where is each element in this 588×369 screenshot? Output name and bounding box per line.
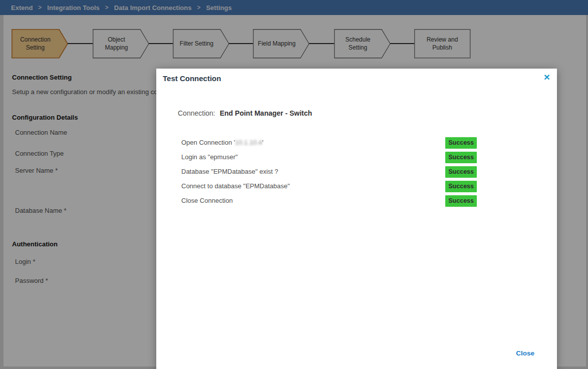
connection-row: Connection:End Point Manager - Switch [178,109,312,117]
test-step-label: Connect to database "EPMDatabase" [181,182,290,190]
test-step-row: Login as "epmuser"Success [181,152,477,163]
test-step-row: Database "EPMDatabase" exist ?Success [181,166,477,178]
test-step-label: Login as "epmuser" [181,153,238,161]
test-step-row: Close ConnectionSuccess [181,195,477,207]
status-badge: Success [445,166,477,178]
status-badge: Success [445,181,477,192]
app-window: Extend>Integration Tools>Data Import Con… [0,0,588,369]
status-badge: Success [445,195,477,207]
test-steps-list: Open Connection '10.1.10.4'SuccessLogin … [181,137,477,210]
test-step-label: Close Connection [181,197,233,204]
connection-label: Connection: [178,109,215,117]
test-step-row: Open Connection '10.1.10.4'Success [181,137,477,149]
test-step-label: Open Connection '10.1.10.4' [181,139,263,146]
redacted-text: 10.1.10.4 [235,139,262,146]
status-badge: Success [445,152,477,163]
dialog-title: Test Connection [163,74,221,83]
connection-value: End Point Manager - Switch [220,109,312,117]
test-step-text: Open Connection ' [181,139,235,146]
status-badge: Success [445,137,477,149]
test-connection-dialog: Test Connection × Connection:End Point M… [156,69,557,369]
test-step-row: Connect to database "EPMDatabase"Success [181,181,477,192]
close-icon[interactable]: × [544,72,550,82]
test-step-label: Database "EPMDatabase" exist ? [181,168,278,175]
close-button[interactable]: Close [516,349,534,357]
